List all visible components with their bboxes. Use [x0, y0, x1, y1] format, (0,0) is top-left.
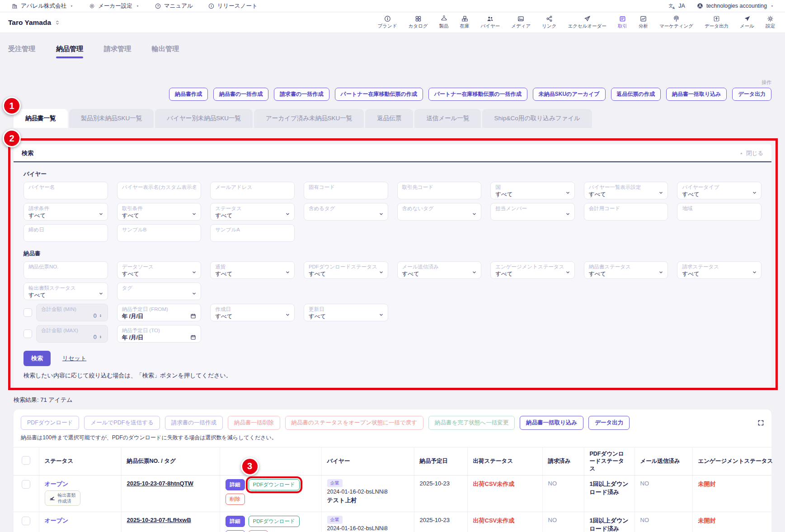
account-menu[interactable]: technologies accounting [697, 3, 774, 9]
nav-media[interactable]: メディア [511, 15, 531, 29]
total-amount-min-input-checkbox[interactable] [24, 308, 32, 317]
include-tags-select[interactable]: 含めるタグ [304, 203, 388, 221]
delete-button[interactable]: 削除 [249, 530, 268, 532]
mail-sent-select[interactable]: メール送信済みすべて [397, 261, 482, 279]
module-export-management[interactable]: 輸出管理 [152, 45, 179, 58]
company-menu[interactable]: アパレル株式会社 [12, 2, 74, 10]
tab-archived-undelivered-sku[interactable]: アーカイブ済み未納品SKU一覧 [254, 109, 364, 128]
nav-data-export[interactable]: データ出力 [705, 15, 729, 29]
module-billing-management[interactable]: 請求管理 [104, 45, 131, 58]
buyer-name-input[interactable]: バイヤー名 [24, 182, 108, 199]
row-checkbox[interactable] [22, 517, 30, 525]
tab-shipco-import-files[interactable]: Ship&Co用の取り込みファイル [482, 109, 592, 128]
assigned-member-select[interactable]: 担当メンバー [490, 203, 575, 221]
bulk-complete-delivery-notes-button[interactable]: 納品書を完了状態へ一括変更 [428, 416, 515, 430]
buyer-display-name-input[interactable]: バイヤー表示名(カスタム表示名) [117, 182, 202, 199]
status-select[interactable]: ステータスすべて [210, 203, 295, 221]
delete-button[interactable]: 削除 [226, 494, 245, 505]
country-select[interactable]: 国すべて [490, 182, 575, 199]
sample-b-input[interactable]: サンプルB [117, 224, 202, 242]
release-notes-link[interactable]: iリリースノート [208, 2, 258, 10]
row-checkbox[interactable] [22, 480, 30, 489]
user-selector[interactable]: Taro Yamada [8, 19, 60, 27]
export-doc-status-select[interactable]: 輸出書類ステータスすべて [24, 282, 108, 300]
nav-buyer[interactable]: バイヤー [481, 15, 500, 29]
archive-undelivered-sku-button[interactable]: 未納品SKUのアーカイブ [533, 88, 606, 101]
nav-mail[interactable]: メール [740, 15, 754, 29]
pdf-download-status-select[interactable]: PDFダウンロードステータスすべて [304, 261, 388, 279]
tab-return-slips[interactable]: 返品伝票 [365, 109, 413, 128]
delivery-date-to-input[interactable]: 納品予定日 (TO)年 /月/日 [117, 325, 202, 343]
detail-button[interactable]: 詳細 [226, 479, 245, 490]
delivery-slip-link[interactable]: 2025-10-23-07-fLfHxwB [127, 515, 191, 523]
email-address-input[interactable]: メールアドレス [210, 182, 295, 199]
transaction-terms-select[interactable]: 取引条件すべて [117, 203, 202, 221]
total-amount-max-input-checkbox[interactable] [24, 330, 32, 338]
tab-delivery-note-list[interactable]: 納品書一覧 [14, 109, 68, 128]
create-delivery-note-button[interactable]: 納品書作成 [169, 88, 208, 101]
delivery-slip-no-input[interactable]: 納品伝票NO. [24, 261, 108, 279]
currency-select[interactable]: 通貨すべて [210, 261, 295, 279]
nav-brand[interactable]: ブランド [378, 15, 397, 29]
search-button[interactable]: 検索 [24, 351, 51, 366]
buyer-list-display-select[interactable]: バイヤー一覧表示設定すべて [584, 182, 668, 199]
delivery-slip-link[interactable]: 2025-10-23-07-8htnQTW [127, 478, 193, 487]
collapse-search-button[interactable]: 閉じる [739, 150, 763, 157]
nav-analytics[interactable]: 分析 [639, 15, 648, 29]
pdf-download-button[interactable]: PDFダウンロード [249, 516, 300, 527]
manual-link[interactable]: ?マニュアル [155, 2, 193, 10]
module-order-management[interactable]: 受注管理 [8, 45, 35, 58]
language-switcher[interactable]: 文AJA [668, 3, 685, 9]
total-amount-max-input[interactable]: 合計金額 (MAX)0 [36, 325, 108, 343]
bulk-create-partner-stock-transfer-button[interactable]: パートナー在庫移動伝票の一括作成 [428, 88, 527, 101]
select-all-checkbox[interactable] [22, 456, 30, 465]
tab-undelivered-sku-by-product[interactable]: 製品別未納品SKU一覧 [69, 109, 154, 128]
reset-link[interactable]: リセット [62, 354, 86, 363]
bulk-reopen-delivery-notes-button[interactable]: 納品書のステータスをオープン状態に一括で戻す [285, 416, 424, 430]
create-return-slip-button[interactable]: 返品伝票の作成 [611, 88, 661, 101]
client-code-input[interactable]: 取引先コード [397, 182, 482, 199]
closing-day-input[interactable]: 締め日 [24, 224, 108, 242]
sample-a-input[interactable]: サンプルA [210, 224, 295, 242]
nav-marketing[interactable]: マーケティング [659, 15, 693, 29]
pdf-download-button[interactable]: PDFダウンロード [249, 479, 300, 490]
data-export-button[interactable]: データ出力 [732, 88, 771, 101]
bulk-create-invoice-button[interactable]: 請求書の一括作成 [165, 416, 223, 430]
nav-deal[interactable]: 取引 [618, 15, 627, 29]
nav-link[interactable]: リンク [542, 15, 556, 29]
nav-catalog[interactable]: カタログ [409, 15, 428, 29]
billing-terms-select[interactable]: 請求条件すべて [24, 203, 108, 221]
bulk-send-pdf-mail-button[interactable]: メールでPDFを送信する [84, 416, 160, 430]
bulk-create-invoices-button[interactable]: 請求書の一括作成 [274, 88, 329, 101]
nav-inventory[interactable]: 在庫 [460, 15, 470, 29]
exclude-tags-select[interactable]: 含めないタグ [397, 203, 482, 221]
tab-undelivered-sku-by-buyer[interactable]: バイヤー別未納品SKU一覧 [155, 109, 253, 128]
bulk-import-delivery-notes-button[interactable]: 納品書一括取り込み [666, 88, 727, 101]
nav-product[interactable]: 製品 [439, 15, 449, 29]
bulk-create-delivery-notes-button[interactable]: 納品書の一括作成 [213, 88, 268, 101]
unique-code-input[interactable]: 固有コード [304, 182, 388, 199]
bulk-delete-delivery-notes-button[interactable]: 納品書一括削除 [228, 416, 280, 430]
nav-settings[interactable]: 設定 [766, 15, 775, 29]
accounting-code-input[interactable]: 会計用コード [584, 203, 668, 221]
bulk-import-delivery-notes-button[interactable]: 納品書一括取り込み [520, 416, 583, 430]
data-source-select[interactable]: データソースすべて [117, 261, 202, 279]
delivery-note-status-select[interactable]: 納品書ステータスすべて [584, 261, 668, 279]
invoice-status-select[interactable]: 請求ステータスすべて [677, 261, 761, 279]
delivery-date-from-input[interactable]: 納品予定日 (FROM)年 /月/日 [117, 304, 202, 321]
fullscreen-icon[interactable] [757, 419, 764, 426]
region-input[interactable]: 地域 [677, 203, 761, 221]
bulk-pdf-download-button[interactable]: PDFダウンロード [21, 416, 79, 430]
updated-date-select[interactable]: 更新日すべて [304, 304, 388, 321]
created-date-select[interactable]: 作成日すべて [210, 304, 295, 321]
table-data-export-button[interactable]: データ出力 [588, 416, 630, 430]
create-partner-stock-transfer-button[interactable]: パートナー在庫移動伝票の作成 [335, 88, 423, 101]
buyer-type-select[interactable]: バイヤータイプすべて [677, 182, 761, 199]
detail-button[interactable]: 詳細 [226, 516, 245, 527]
module-delivery-management[interactable]: 納品管理 [56, 45, 83, 58]
edit-button[interactable]: 編集 [226, 530, 245, 532]
tab-sent-mail-list[interactable]: 送信メール一覧 [414, 109, 481, 128]
maker-settings-menu[interactable]: メーカー設定 [89, 2, 140, 10]
nav-excel-order[interactable]: エクセルオーダー [568, 15, 606, 29]
total-amount-min-input[interactable]: 合計金額 (MIN)0 [36, 304, 108, 321]
